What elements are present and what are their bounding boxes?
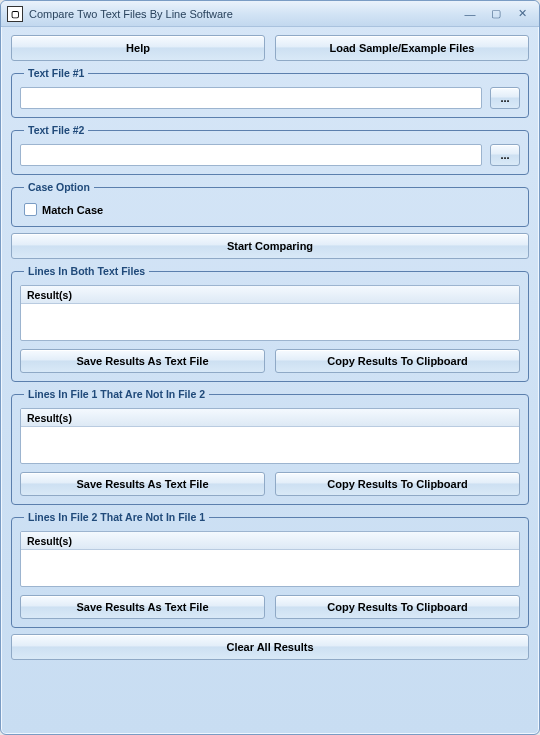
close-button[interactable]: ✕ — [511, 6, 533, 22]
start-comparing-button[interactable]: Start Comparing — [11, 233, 529, 259]
match-case-checkbox[interactable] — [24, 203, 37, 216]
file1-browse-button[interactable]: ... — [490, 87, 520, 109]
file2-input[interactable] — [20, 144, 482, 166]
maximize-button[interactable]: ▢ — [485, 6, 507, 22]
only2-results-header: Result(s) — [21, 532, 519, 550]
only1-results-header: Result(s) — [21, 409, 519, 427]
only1-copy-clipboard-button[interactable]: Copy Results To Clipboard — [275, 472, 520, 496]
minimize-button[interactable]: — — [459, 6, 481, 22]
file2-browse-button[interactable]: ... — [490, 144, 520, 166]
window-controls: — ▢ ✕ — [459, 6, 533, 22]
only2-results-list[interactable]: Result(s) — [20, 531, 520, 587]
both-copy-clipboard-button[interactable]: Copy Results To Clipboard — [275, 349, 520, 373]
file2-legend: Text File #2 — [24, 124, 88, 136]
window-title: Compare Two Text Files By Line Software — [29, 8, 459, 20]
clear-all-results-button[interactable]: Clear All Results — [11, 634, 529, 660]
both-save-text-button[interactable]: Save Results As Text File — [20, 349, 265, 373]
only1-results-list[interactable]: Result(s) — [20, 408, 520, 464]
only2-save-text-button[interactable]: Save Results As Text File — [20, 595, 265, 619]
both-results-list[interactable]: Result(s) — [20, 285, 520, 341]
only-file2-legend: Lines In File 2 That Are Not In File 1 — [24, 511, 209, 523]
only2-copy-clipboard-button[interactable]: Copy Results To Clipboard — [275, 595, 520, 619]
only-file1-group: Lines In File 1 That Are Not In File 2 R… — [11, 388, 529, 505]
app-icon: ▢ — [7, 6, 23, 22]
both-results-header: Result(s) — [21, 286, 519, 304]
load-sample-button[interactable]: Load Sample/Example Files — [275, 35, 529, 61]
only-file2-group: Lines In File 2 That Are Not In File 1 R… — [11, 511, 529, 628]
app-window: ▢ Compare Two Text Files By Line Softwar… — [0, 0, 540, 735]
match-case-label: Match Case — [42, 204, 103, 216]
case-option-legend: Case Option — [24, 181, 94, 193]
both-files-group: Lines In Both Text Files Result(s) Save … — [11, 265, 529, 382]
file1-legend: Text File #1 — [24, 67, 88, 79]
file1-input[interactable] — [20, 87, 482, 109]
file1-group: Text File #1 ... — [11, 67, 529, 118]
only1-save-text-button[interactable]: Save Results As Text File — [20, 472, 265, 496]
help-button[interactable]: Help — [11, 35, 265, 61]
case-option-group: Case Option Match Case — [11, 181, 529, 227]
file2-group: Text File #2 ... — [11, 124, 529, 175]
client-area: Help Load Sample/Example Files Text File… — [1, 27, 539, 734]
titlebar: ▢ Compare Two Text Files By Line Softwar… — [1, 1, 539, 27]
both-files-legend: Lines In Both Text Files — [24, 265, 149, 277]
only-file1-legend: Lines In File 1 That Are Not In File 2 — [24, 388, 209, 400]
